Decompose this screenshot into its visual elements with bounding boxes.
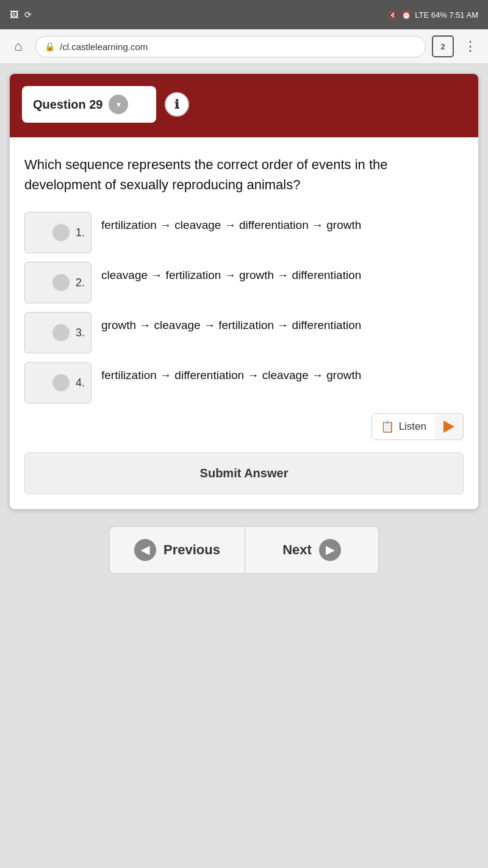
answer-text-2: cleavage → fertilization → growth → diff… <box>92 262 464 289</box>
menu-button[interactable]: ⋮ <box>460 36 481 57</box>
main-card: Question 29 ▾ ℹ Which sequence represent… <box>10 74 478 509</box>
answer-box-2[interactable]: 2. <box>24 262 92 303</box>
listen-icon: 📋 <box>381 420 394 433</box>
answer-number-3: 3. <box>76 327 85 339</box>
radio-4[interactable] <box>52 374 70 391</box>
next-button[interactable]: Next ▶ <box>245 526 379 574</box>
previous-arrow-icon: ◀ <box>134 539 156 561</box>
radio-1[interactable] <box>52 224 70 241</box>
answer-text-3: growth → cleavage → fertilization → diff… <box>92 312 464 339</box>
menu-icon: ⋮ <box>464 38 477 54</box>
info-icon: ℹ <box>174 97 179 112</box>
previous-label: Previous <box>163 542 220 558</box>
alarm-icon: ⏰ <box>401 10 411 20</box>
refresh-icon: ⟳ <box>24 10 32 20</box>
answer-text-1: fertilization → cleavage → differentiati… <box>92 212 464 239</box>
question-text: Which sequence represents the correct or… <box>24 154 464 195</box>
answer-option-3[interactable]: 3. growth → cleavage → fertilization → d… <box>24 312 464 353</box>
radio-2[interactable] <box>52 274 70 291</box>
info-button[interactable]: ℹ <box>165 92 189 117</box>
mute-icon: 🔇 <box>388 10 398 20</box>
status-bar-left: 🖼 ⟳ <box>10 10 32 20</box>
listen-button[interactable]: 📋 Listen <box>371 413 464 440</box>
submit-answer-button[interactable]: Submit Answer <box>24 452 464 494</box>
url-bar[interactable]: 🔒 /cl.castlelearning.com <box>35 36 426 57</box>
chevron-down-icon: ▾ <box>117 99 121 109</box>
question-label-box: Question 29 ▾ <box>22 86 156 123</box>
answer-number-4: 4. <box>76 377 85 389</box>
question-header: Question 29 ▾ ℹ <box>10 74 478 137</box>
answer-number-1: 1. <box>76 226 85 239</box>
question-label: Question 29 <box>33 98 102 112</box>
answer-box-1[interactable]: 1. <box>24 212 92 253</box>
image-icon: 🖼 <box>10 10 18 20</box>
radio-3[interactable] <box>52 324 70 341</box>
listen-label: Listen <box>399 421 426 433</box>
home-icon: ⌂ <box>14 38 22 54</box>
listen-row: 📋 Listen <box>24 413 464 440</box>
answer-option-2[interactable]: 2. cleavage → fertilization → growth → d… <box>24 262 464 303</box>
navigation-row: ◀ Previous Next ▶ <box>109 526 379 574</box>
home-button[interactable]: ⌂ <box>7 35 29 57</box>
listen-play-button[interactable] <box>435 414 463 439</box>
answer-option-4[interactable]: 4. fertilization → differentiation → cle… <box>24 362 464 403</box>
tabs-count: 2 <box>440 42 445 51</box>
answer-text-4: fertilization → differentiation → cleava… <box>92 362 464 389</box>
answer-box-4[interactable]: 4. <box>24 362 92 403</box>
lock-icon: 🔒 <box>45 42 55 51</box>
next-label: Next <box>282 542 312 558</box>
listen-main: 📋 Listen <box>372 414 435 439</box>
answer-number-2: 2. <box>76 277 85 289</box>
tabs-button[interactable]: 2 <box>432 35 454 57</box>
status-bar: 🖼 ⟳ 🔇 ⏰ LTE 64% 7:51 AM <box>0 0 488 29</box>
play-triangle-icon <box>443 421 454 433</box>
question-body: Which sequence represents the correct or… <box>10 137 478 509</box>
browser-bar: ⌂ 🔒 /cl.castlelearning.com 2 ⋮ <box>0 29 488 64</box>
next-arrow-icon: ▶ <box>319 539 341 561</box>
url-text: /cl.castlelearning.com <box>60 42 148 52</box>
question-dropdown-button[interactable]: ▾ <box>109 95 128 114</box>
answer-option-1[interactable]: 1. fertilization → cleavage → differenti… <box>24 212 464 253</box>
answer-box-3[interactable]: 3. <box>24 312 92 353</box>
previous-button[interactable]: ◀ Previous <box>109 526 245 574</box>
lte-label: LTE 64% 7:51 AM <box>415 10 478 20</box>
status-bar-right: 🔇 ⏰ LTE 64% 7:51 AM <box>388 10 478 20</box>
